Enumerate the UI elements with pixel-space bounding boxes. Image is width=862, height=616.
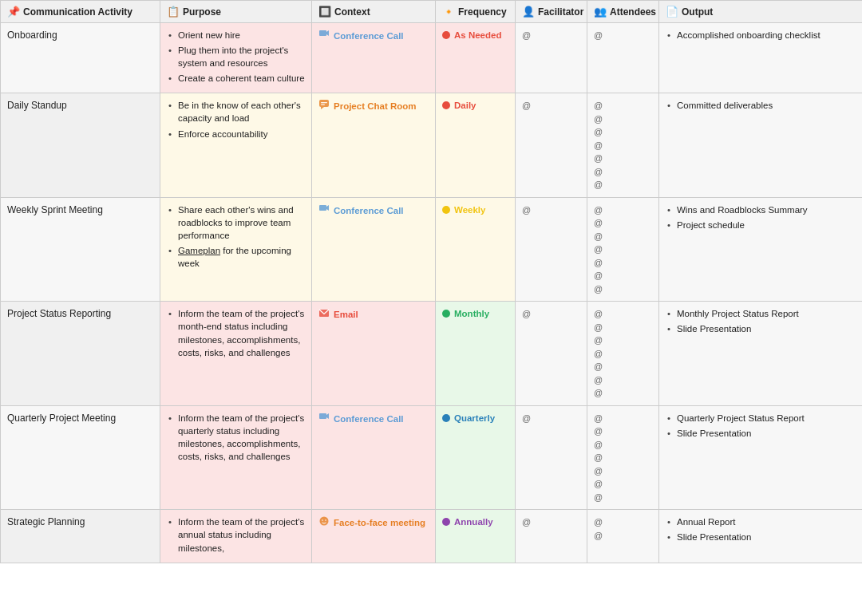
- context-icon-chat: [318, 99, 330, 113]
- freq-dot: [442, 414, 450, 422]
- output-cell-onboarding: Accomplished onboarding checklist: [659, 23, 863, 93]
- attendee-at: @: [594, 243, 652, 256]
- purpose-list-item: Enforce accountability: [167, 128, 305, 140]
- facilitator-at: @: [522, 99, 580, 113]
- context-cell-quarterly: Conference Call: [312, 405, 436, 510]
- freq-dot: [442, 206, 450, 214]
- table-row-strategic: Strategic PlanningInform the team of the…: [1, 510, 863, 563]
- attendee-at: @: [594, 321, 652, 334]
- attendee-at: @: [594, 334, 652, 347]
- attendee-at: @: [594, 165, 652, 179]
- attendee-at: @: [594, 152, 652, 165]
- activity-cell-strategic: Strategic Planning: [1, 510, 160, 563]
- activity-cell-onboarding: Onboarding: [1, 23, 160, 93]
- output-list-item: Accomplished onboarding checklist: [666, 29, 856, 41]
- purpose-list-item: Be in the know of each other's capacity …: [167, 99, 305, 124]
- purpose-cell-onboarding: Orient new hirePlug them into the projec…: [160, 23, 312, 93]
- output-cell-strategic: Annual ReportSlide Presentation: [659, 510, 863, 563]
- activity-cell-standup: Daily Standup: [1, 93, 160, 198]
- freq-badge: Annually: [442, 515, 493, 528]
- context-cell-strategic: Face-to-face meeting: [312, 510, 436, 563]
- activity-cell-sprint: Weekly Sprint Meeting: [1, 197, 160, 302]
- freq-cell-strategic: Annually: [436, 510, 516, 563]
- svg-marker-10: [326, 413, 329, 419]
- context-icon-conf: [318, 203, 330, 218]
- attendee-at: @: [594, 99, 652, 113]
- output-list-item: Monthly Project Status Report: [666, 307, 856, 320]
- svg-point-11: [320, 517, 329, 526]
- attendee-at: @: [594, 125, 652, 139]
- freq-dot: [442, 518, 450, 526]
- output-list-item: Slide Presentation: [666, 531, 856, 543]
- attendee-at: @: [594, 386, 652, 400]
- col-header-facil: 👤Facilitator: [516, 1, 587, 23]
- table-row-sprint: Weekly Sprint MeetingShare each other's …: [1, 197, 863, 302]
- context-icon-face: [318, 515, 330, 530]
- purpose-list-item: Orient new hire: [167, 29, 305, 41]
- attendee-at: @: [594, 373, 652, 387]
- svg-rect-0: [319, 30, 326, 36]
- purpose-list-item: Inform the team of the project's quarter…: [167, 412, 305, 463]
- col-header-activity: 📌Communication Activity: [1, 1, 160, 23]
- purpose-cell-sprint: Share each other's wins and roadblocks t…: [160, 197, 312, 302]
- attendee-at: @: [594, 178, 652, 192]
- col-header-freq: 🔸Frequency: [436, 1, 516, 23]
- table-row-standup: Daily StandupBe in the know of each othe…: [1, 93, 863, 198]
- activity-cell-status: Project Status Reporting: [1, 302, 160, 406]
- freq-label: Weekly: [454, 203, 485, 216]
- attendee-at: @: [594, 491, 652, 504]
- facilitator-at: @: [522, 29, 580, 42]
- context-badge: Email: [318, 307, 358, 322]
- context-badge: Conference Call: [318, 412, 404, 426]
- communication-plan-table: 📌Communication Activity📋Purpose🔲Context🔸…: [0, 0, 862, 563]
- svg-rect-6: [319, 205, 326, 211]
- attendee-at: @: [594, 282, 652, 296]
- output-list-item: Project schedule: [666, 219, 856, 231]
- table-row-quarterly: Quarterly Project MeetingInform the team…: [1, 405, 863, 510]
- context-label: Conference Call: [334, 30, 404, 42]
- freq-badge: Weekly: [442, 203, 485, 216]
- freq-dot: [442, 310, 450, 318]
- attendee-at: @: [594, 529, 652, 543]
- freq-badge: As Needed: [442, 29, 501, 41]
- purpose-cell-status: Inform the team of the project's month-e…: [160, 302, 312, 406]
- purpose-list-item: Inform the team of the project's month-e…: [167, 307, 305, 358]
- col-header-context: 🔲Context: [312, 1, 436, 23]
- attendees-cell-quarterly: @@@@@@@: [587, 405, 659, 510]
- svg-rect-5: [321, 105, 325, 105]
- purpose-list-item: Plug them into the project's system and …: [167, 44, 305, 69]
- attendee-at: @: [594, 477, 652, 491]
- output-list-item: Quarterly Project Status Report: [666, 412, 856, 424]
- attendees-cell-standup: @@@@@@@: [587, 93, 659, 198]
- facilitator-cell-standup: @: [516, 93, 587, 198]
- freq-cell-status: Monthly: [436, 302, 516, 406]
- context-cell-onboarding: Conference Call: [312, 23, 436, 93]
- attendee-at: @: [594, 438, 652, 452]
- attendee-at: @: [594, 360, 652, 373]
- freq-dot: [442, 101, 450, 109]
- freq-label: Monthly: [454, 307, 489, 320]
- context-badge: Face-to-face meeting: [318, 515, 425, 530]
- freq-header-icon: 🔸: [442, 6, 455, 18]
- facilitator-cell-status: @: [516, 302, 587, 406]
- freq-badge: Quarterly: [442, 412, 495, 424]
- purpose-list-item: Gameplan for the upcoming week: [167, 244, 305, 270]
- purpose-cell-quarterly: Inform the team of the project's quarter…: [160, 405, 312, 510]
- freq-badge: Daily: [442, 99, 476, 112]
- freq-label: As Needed: [454, 29, 501, 41]
- activity-cell-quarterly: Quarterly Project Meeting: [1, 405, 160, 510]
- facilitator-cell-onboarding: @: [516, 23, 587, 93]
- context-badge: Conference Call: [318, 203, 404, 218]
- output-cell-standup: Committed deliverables: [659, 93, 863, 198]
- freq-label: Quarterly: [454, 412, 495, 424]
- context-label: Project Chat Room: [334, 100, 417, 113]
- attend-header-icon: 👥: [594, 6, 607, 18]
- table-row-onboarding: OnboardingOrient new hirePlug them into …: [1, 23, 863, 93]
- attendee-at: @: [594, 29, 652, 42]
- purpose-cell-strategic: Inform the team of the project's annual …: [160, 510, 312, 563]
- output-list-item: Wins and Roadblocks Summary: [666, 203, 856, 216]
- facilitator-at: @: [522, 307, 580, 321]
- output-header-icon: 📄: [666, 6, 678, 18]
- svg-rect-4: [321, 102, 327, 103]
- attendee-at: @: [594, 269, 652, 282]
